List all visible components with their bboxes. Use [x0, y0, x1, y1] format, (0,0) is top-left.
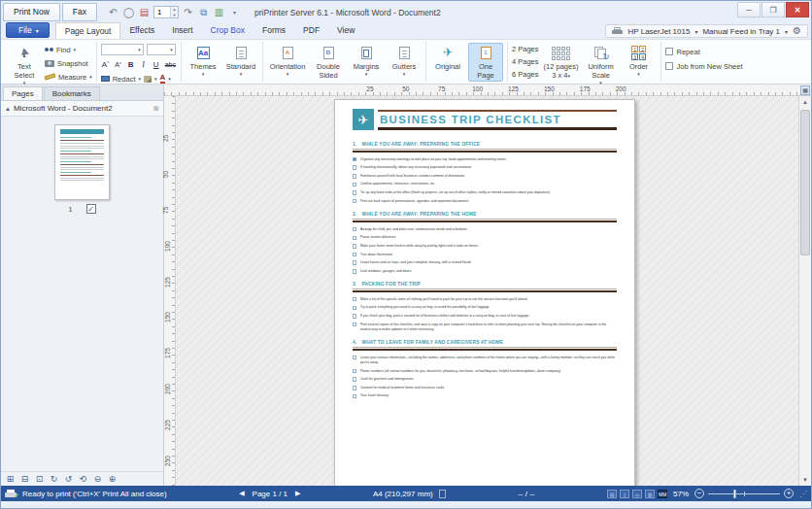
tree-close-icon[interactable]: ⊗ — [152, 104, 159, 113]
view-fit-width-icon[interactable]: MM — [658, 490, 667, 498]
insert-before-icon[interactable]: ⊟ — [18, 474, 31, 484]
checklist-item: Leave your contact information—including… — [353, 356, 617, 366]
zoom-out-button[interactable]: − — [694, 489, 704, 498]
tree-expander-icon[interactable]: ▲ — [5, 106, 11, 112]
spinner-arrows-icon[interactable]: ▲▼ — [170, 7, 178, 17]
insert-after-icon[interactable]: ⊡ — [33, 474, 46, 484]
save-job-icon[interactable]: ⧉ — [197, 6, 210, 19]
repeat-checkbox[interactable]: Repeat — [665, 46, 743, 57]
close-button[interactable]: ✕ — [786, 2, 809, 17]
rotate-cw-icon[interactable]: ↻ — [48, 474, 60, 484]
shrink-font-button[interactable]: A˅ — [114, 60, 123, 68]
font-name-combo[interactable]: ▾ — [101, 44, 144, 55]
multi-pages-button[interactable]: (12 pages) 3 x 4▾ — [542, 43, 581, 82]
orientation-button[interactable]: A Orientation▾ — [267, 43, 308, 79]
document-page[interactable]: ✈ BUSINESS TRIP CHECKLIST 1.WHILE YOU AR… — [334, 99, 635, 486]
tab-view[interactable]: View — [328, 22, 363, 39]
tab-forms[interactable]: Forms — [254, 22, 294, 39]
zoom-slider-thumb[interactable] — [733, 490, 736, 498]
file-menu-label: File — [18, 25, 32, 35]
view-facing-pages-icon[interactable]: ▭ — [632, 490, 642, 498]
tab-page-layout[interactable]: Page Layout — [55, 22, 121, 39]
tab-pages[interactable]: Pages — [3, 86, 43, 100]
zoom-out-icon[interactable]: ⊖ — [91, 474, 104, 484]
view-multipage-icon[interactable]: ▤ — [607, 490, 617, 498]
ruler-options-button[interactable]: ▦ — [800, 85, 810, 95]
zoom-in-button[interactable]: + — [784, 489, 794, 498]
measure-button[interactable]: Measure▾ — [45, 70, 92, 84]
undo-icon[interactable]: ↶ — [107, 6, 119, 19]
standard-button[interactable]: Standard▾ — [223, 43, 258, 79]
font-size-combo[interactable]: ▾ — [147, 44, 176, 55]
view-single-page-icon[interactable]: ▯ — [620, 490, 629, 498]
resize-grip[interactable]: ⋰ — [799, 490, 807, 498]
preview-canvas[interactable]: ✈ BUSINESS TRIP CHECKLIST 1.WHILE YOU AR… — [176, 96, 798, 486]
strikethrough-button[interactable]: abc — [164, 61, 177, 68]
pages-4-button[interactable]: 4 Pages — [512, 55, 539, 68]
double-sided-button[interactable]: D Double Sided — [311, 43, 346, 82]
printer-name-dropdown[interactable]: HP LaserJet 1015 — [627, 27, 690, 36]
scroll-up-icon[interactable]: ▲ — [799, 96, 811, 108]
view-book-icon[interactable]: ▥ — [645, 490, 655, 498]
restore-button[interactable]: ❐ — [761, 2, 785, 17]
job-from-new-sheet-checkbox[interactable]: Job from New Sheet — [665, 60, 743, 72]
zoom-in-icon[interactable]: ⊕ — [106, 474, 118, 484]
minimize-button[interactable]: ─ — [737, 2, 761, 17]
pages-2-button[interactable]: 2 Pages — [512, 43, 539, 55]
page-indicator: Page 1 / 1 — [253, 490, 288, 498]
gutters-button[interactable]: Gutters▾ — [387, 43, 422, 79]
tab-pdf[interactable]: PDF — [294, 22, 328, 39]
order-button[interactable]: 1234 Order▾ — [622, 43, 657, 79]
pages-6-button[interactable]: 6 Pages — [512, 68, 539, 81]
underline-button[interactable]: U — [152, 60, 161, 69]
open-book-icon[interactable]: ▥ — [213, 6, 225, 19]
zoom-slider[interactable] — [708, 493, 780, 494]
tray-dropdown[interactable]: Manual Feed in Tray 1 — [702, 27, 780, 36]
snapshot-button[interactable]: Snapshot — [45, 56, 92, 70]
add-page-icon[interactable]: ⊞ — [4, 474, 17, 484]
tab-effects[interactable]: Effects — [120, 22, 163, 39]
history-icon[interactable]: ◯ — [122, 6, 135, 19]
uniform-scale-button[interactable]: ↻ Uniform Scale▾ — [584, 43, 619, 87]
margins-button[interactable]: Margins▾ — [349, 43, 384, 79]
printer-settings-gear-icon[interactable]: ⚙ — [793, 26, 801, 36]
fax-button[interactable]: Fax — [62, 3, 97, 21]
tab-insert[interactable]: Insert — [163, 22, 201, 39]
goto-page-icon[interactable]: ▤ — [138, 6, 151, 19]
bold-button[interactable]: B — [126, 60, 136, 69]
redact-button[interactable]: Redact — [113, 75, 136, 84]
document-tree-item[interactable]: ▲ Microsoft Word - Document2 ⊗ — [1, 101, 163, 117]
prev-page-icon[interactable]: ◀ — [239, 490, 244, 497]
highlighter-icon[interactable] — [144, 76, 152, 83]
scrollbar-thumb[interactable] — [800, 110, 810, 255]
tab-bookmarks[interactable]: Bookmarks — [44, 86, 100, 100]
text-select-button[interactable]: I Text Select▾ — [7, 43, 42, 87]
rotate-ccw-icon[interactable]: ↺ — [62, 474, 75, 484]
one-page-button[interactable]: 1 One Page — [468, 43, 503, 82]
original-button[interactable]: ✈ Original — [430, 43, 465, 73]
next-page-icon[interactable]: ▶ — [295, 490, 300, 497]
file-menu-button[interactable]: File▾ — [6, 22, 50, 38]
checked-checkbox-icon — [353, 157, 356, 161]
italic-button[interactable]: I — [139, 60, 149, 69]
page-number-spinner[interactable]: 1 ▲▼ — [153, 6, 179, 18]
paper-size[interactable]: A4 (210,297 mm) — [373, 490, 433, 498]
font-color-button[interactable]: A — [160, 74, 166, 84]
h-ruler-label: 125 — [508, 85, 519, 92]
unchecked-checkbox-icon — [353, 306, 356, 310]
page-thumbnail[interactable] — [54, 124, 110, 200]
find-button[interactable]: Find▾ — [45, 43, 92, 56]
themes-button[interactable]: Aa Themes▾ — [186, 43, 220, 79]
page-number-value[interactable]: 1 — [154, 7, 170, 17]
tab-crop-box[interactable]: Crop Box — [202, 22, 254, 39]
rotate-180-icon[interactable]: ⟲ — [77, 474, 89, 484]
redo-icon[interactable]: ↷ — [182, 6, 194, 19]
page-enabled-checkbox[interactable]: ✓ — [86, 204, 96, 214]
printer-caret-icon[interactable]: ▾ — [694, 28, 697, 35]
grow-font-button[interactable]: A˄ — [101, 59, 111, 69]
vertical-scrollbar[interactable]: ▲ ▼ — [798, 96, 811, 486]
print-now-button[interactable]: Print Now — [3, 3, 60, 21]
qat-customize-icon[interactable]: ▾ — [228, 6, 241, 19]
tray-caret-icon[interactable]: ▾ — [785, 28, 788, 35]
scroll-down-icon[interactable]: ▼ — [799, 474, 811, 486]
